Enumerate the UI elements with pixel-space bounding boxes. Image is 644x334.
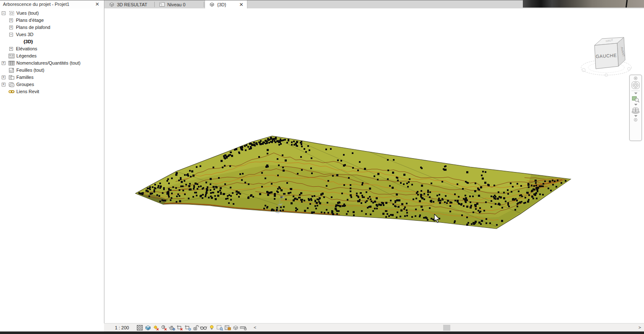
tab-separator [204, 2, 204, 7]
tree-item-familles[interactable]: +Familles [0, 74, 104, 81]
scrollbar-left-arrow[interactable]: < [254, 324, 256, 332]
tree-item-liens-revit[interactable]: Liens Revit [0, 88, 104, 95]
tree-item-l-gendes[interactable]: Légendes [0, 52, 104, 60]
analytical-model-icon[interactable] [223, 324, 231, 331]
view-scale-button[interactable]: 1 : 200 [115, 324, 129, 332]
tree-item-label: Vues 3D [16, 31, 34, 38]
tree-item-label: Elévations [16, 45, 37, 52]
tree-item-plans-d-tage[interactable]: +Plans d'étage [0, 17, 104, 24]
cube-icon [209, 2, 215, 7]
rendering-dialog-icon[interactable]: 9 [168, 324, 176, 331]
toposurface-3d-view[interactable] [104, 8, 644, 323]
detail-level-icon[interactable] [136, 324, 144, 331]
sheet-icon [8, 68, 15, 73]
unlocked-3d-icon[interactable] [192, 324, 200, 331]
steering-wheel-icon[interactable] [631, 81, 641, 89]
horizontal-scrollbar-thumb[interactable] [443, 325, 450, 331]
reveal-constraints-icon[interactable] [239, 324, 247, 331]
view-tab-label: {3D} [217, 2, 226, 7]
tree-item-nomenclatures-quantit-s-tout[interactable]: +Nomenclatures/Quantités (tout) [0, 60, 104, 67]
chevron-down-icon[interactable] [631, 104, 641, 106]
tree-item-label: Plans d'étage [16, 17, 44, 24]
close-icon[interactable]: ✕ [94, 0, 100, 8]
viewcube[interactable]: HAUT GAUCHE AVANT [580, 29, 635, 78]
webcam-dark-streak [626, 0, 628, 8]
crop-view-icon[interactable] [176, 324, 184, 331]
divider [631, 91, 640, 91]
orbit-wheel-icon[interactable] [631, 107, 641, 114]
model-viewport[interactable]: HAUT GAUCHE AVANT [104, 8, 644, 323]
tree-item-label: {3D} [23, 38, 33, 45]
window-bottom-edge [0, 331, 644, 334]
cube-icon [109, 2, 115, 7]
view-control-bar: 1 : 200 9 < > [104, 323, 644, 332]
tree-item-label: Plans de plafond [16, 24, 50, 31]
collapse-icon[interactable]: − [2, 11, 5, 15]
view-tab-3d[interactable]: {3D}✕ [205, 0, 247, 8]
tree-item-feuilles-tout[interactable]: Feuilles (tout) [0, 67, 104, 74]
svg-text:9: 9 [173, 329, 174, 331]
navbar-close-icon[interactable] [631, 76, 641, 80]
plan-icon [159, 2, 165, 7]
schedule-icon [8, 60, 15, 66]
project-browser-title: Arborescence du projet - Projet1 [3, 2, 69, 7]
project-browser-tree: −Vues (tout)+Plans d'étage+Plans de plaf… [0, 8, 104, 95]
view-tab-niveau-0[interactable]: Niveau 0 [155, 0, 189, 8]
tree-item-3d[interactable]: {3D} [0, 38, 104, 45]
project-browser-panel: Arborescence du projet - Projet1 ✕ −Vues… [0, 0, 104, 331]
link-icon [8, 89, 15, 95]
tree-item-label: Légendes [16, 52, 36, 60]
tab-close-icon[interactable]: ✕ [239, 2, 243, 8]
legend-icon [8, 53, 15, 59]
view-tab-label: Niveau 0 [167, 2, 185, 7]
scrollbar-right-arrow[interactable]: > [639, 324, 641, 332]
tree-item-label: Nomenclatures/Quantités (tout) [16, 60, 80, 67]
expand-icon[interactable]: + [9, 18, 13, 22]
tree-item-el-vations[interactable]: +Elévations [0, 45, 104, 52]
tree-item-label: Groupes [16, 81, 34, 88]
tree-item-vues-3d[interactable]: −Vues 3D [0, 31, 104, 38]
collapse-icon[interactable]: − [9, 33, 13, 37]
expand-icon[interactable]: + [2, 76, 5, 79]
chevron-down-icon[interactable] [631, 115, 641, 117]
expand-icon[interactable]: + [2, 61, 5, 65]
expand-icon[interactable]: + [9, 47, 13, 51]
tree-item-plans-de-plafond[interactable]: +Plans de plafond [0, 24, 104, 31]
chevron-down-icon[interactable] [631, 92, 641, 94]
navigation-bar [629, 75, 642, 141]
view-tab-3d-resultat[interactable]: 3D RESULTAT [105, 0, 151, 8]
tree-item-label: Familles [16, 74, 34, 81]
visual-style-icon[interactable] [144, 324, 152, 331]
project-browser-title-bar[interactable]: Arborescence du projet - Projet1 ✕ [0, 0, 104, 8]
tree-item-vues-tout[interactable]: −Vues (tout) [0, 10, 104, 17]
family-icon [8, 75, 15, 81]
hide-isolate-icon[interactable] [200, 324, 208, 331]
views-icon [8, 10, 15, 16]
view-tab-label: 3D RESULTAT [117, 2, 147, 7]
webcam-overlay-fragment [523, 0, 644, 8]
expand-icon[interactable]: + [2, 83, 5, 86]
shadows-icon[interactable] [160, 324, 168, 331]
view-control-icons: 9 [136, 324, 247, 331]
reveal-hidden-icon[interactable] [208, 324, 216, 331]
group-icon [8, 82, 15, 88]
expand-icon[interactable]: + [9, 26, 13, 29]
tree-item-label: Vues (tout) [16, 10, 39, 17]
tree-item-label: Feuilles (tout) [16, 67, 44, 74]
zoom-region-icon[interactable] [631, 95, 641, 103]
revit-window: Arborescence du projet - Projet1 ✕ −Vues… [0, 0, 644, 334]
displacement-sets-icon[interactable] [231, 324, 239, 331]
temp-view-properties-icon[interactable] [216, 324, 223, 331]
mouse-cursor-icon [434, 214, 442, 224]
tree-item-label: Liens Revit [16, 88, 39, 95]
navbar-options-icon[interactable] [631, 118, 641, 122]
sun-path-icon[interactable] [152, 324, 160, 331]
tab-separator [154, 2, 155, 7]
tree-item-groupes[interactable]: +Groupes [0, 81, 104, 88]
crop-region-icon[interactable] [184, 324, 192, 331]
